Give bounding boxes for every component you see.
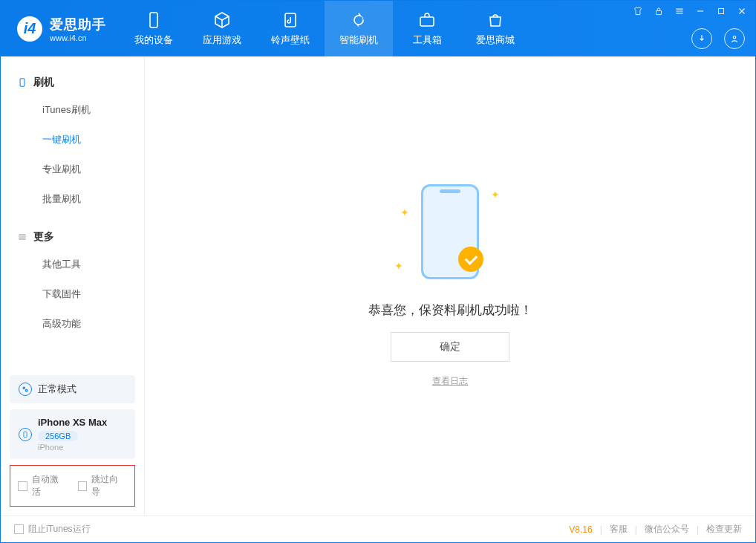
success-message: 恭喜您，保资料刷机成功啦！ bbox=[368, 302, 532, 319]
device-mini-icon bbox=[19, 428, 32, 441]
header-right bbox=[691, 28, 745, 49]
svg-rect-2 bbox=[420, 17, 434, 26]
footer-link-support[interactable]: 客服 bbox=[610, 523, 628, 536]
version-label: V8.16 bbox=[569, 524, 592, 535]
lock-icon[interactable] bbox=[653, 5, 665, 17]
svg-rect-9 bbox=[24, 432, 27, 438]
sparkle-icon: ✦ bbox=[394, 260, 403, 272]
sidebar-item-batch-flash[interactable]: 批量刷机 bbox=[1, 184, 144, 214]
svg-point-8 bbox=[25, 389, 27, 391]
sparkle-icon: ✦ bbox=[400, 207, 409, 218]
tab-label: 工具箱 bbox=[413, 33, 442, 47]
sparkle-icon: ✦ bbox=[491, 189, 500, 201]
checkbox-label: 跳过向导 bbox=[91, 473, 127, 498]
tab-my-device[interactable]: 我的设备 bbox=[120, 1, 188, 56]
main-content: ✦ ✦ ✦ 恭喜您，保资料刷机成功啦！ 确定 查看日志 bbox=[145, 56, 755, 516]
tab-label: 智能刷机 bbox=[339, 33, 378, 47]
phone-icon bbox=[17, 77, 27, 88]
briefcase-icon bbox=[418, 11, 436, 29]
section-label: 刷机 bbox=[33, 76, 54, 89]
checkbox-icon bbox=[78, 481, 88, 491]
device-card[interactable]: iPhone XS Max 256GB iPhone bbox=[10, 409, 135, 459]
logo-icon: i4 bbox=[17, 16, 42, 42]
sidebar-item-advanced[interactable]: 高级功能 bbox=[1, 309, 144, 339]
app-window: i4 爱思助手 www.i4.cn 我的设备 应用游戏 铃声壁纸 智能刷机 bbox=[0, 0, 756, 543]
sidebar-item-itunes-flash[interactable]: iTunes刷机 bbox=[1, 95, 144, 125]
footer-link-wechat[interactable]: 微信公众号 bbox=[645, 523, 689, 536]
device-icon bbox=[145, 11, 163, 29]
svg-rect-0 bbox=[150, 13, 157, 27]
menu-icon[interactable] bbox=[674, 5, 685, 17]
checkbox-auto-activate[interactable]: 自动激活 bbox=[18, 473, 68, 498]
sidebar-item-other-tools[interactable]: 其他工具 bbox=[1, 250, 144, 279]
tab-ringtones[interactable]: 铃声壁纸 bbox=[256, 1, 325, 56]
body: 刷机 iTunes刷机 一键刷机 专业刷机 批量刷机 更多 其他工具 下载固件 … bbox=[1, 56, 755, 516]
cube-icon bbox=[213, 11, 231, 29]
user-button[interactable] bbox=[724, 28, 745, 49]
mode-label: 正常模式 bbox=[38, 383, 76, 396]
svg-rect-6 bbox=[20, 79, 25, 87]
maximize-button[interactable] bbox=[715, 5, 727, 17]
footer-link-update[interactable]: 检查更新 bbox=[706, 523, 742, 536]
footer: 阻止iTunes运行 V8.16 | 客服 | 微信公众号 | 检查更新 bbox=[1, 516, 755, 542]
close-button[interactable] bbox=[736, 5, 748, 17]
section-label: 更多 bbox=[33, 230, 54, 244]
sidebar-item-pro-flash[interactable]: 专业刷机 bbox=[1, 155, 144, 184]
svg-rect-4 bbox=[719, 9, 724, 14]
tab-label: 爱思商城 bbox=[476, 33, 515, 47]
nav-tabs: 我的设备 应用游戏 铃声壁纸 智能刷机 工具箱 爱思商城 bbox=[120, 1, 529, 56]
list-icon bbox=[17, 232, 27, 242]
sidebar: 刷机 iTunes刷机 一键刷机 专业刷机 批量刷机 更多 其他工具 下载固件 … bbox=[1, 56, 145, 516]
view-log-link[interactable]: 查看日志 bbox=[432, 375, 468, 388]
success-illustration: ✦ ✦ ✦ bbox=[387, 184, 513, 288]
checkbox-skip-guide[interactable]: 跳过向导 bbox=[78, 473, 128, 498]
tab-toolbox[interactable]: 工具箱 bbox=[393, 1, 461, 56]
checkbox-label: 自动激活 bbox=[32, 473, 68, 498]
bag-icon bbox=[486, 11, 504, 29]
window-controls bbox=[632, 5, 748, 17]
flash-options-highlight: 自动激活 跳过向导 bbox=[10, 465, 135, 507]
tab-label: 铃声壁纸 bbox=[271, 33, 310, 47]
app-name: 爱思助手 bbox=[50, 16, 106, 33]
app-logo: i4 爱思助手 www.i4.cn bbox=[1, 1, 120, 56]
mode-icon bbox=[19, 383, 32, 396]
tab-label: 应用游戏 bbox=[203, 33, 241, 47]
confirm-button[interactable]: 确定 bbox=[391, 332, 509, 362]
device-name: iPhone XS Max bbox=[38, 417, 107, 428]
svg-point-5 bbox=[733, 36, 736, 39]
section-flash: 刷机 bbox=[1, 70, 144, 95]
checkbox-block-itunes[interactable]: 阻止iTunes运行 bbox=[14, 523, 91, 536]
note-icon bbox=[281, 11, 299, 29]
tab-store[interactable]: 爱思商城 bbox=[461, 1, 529, 56]
svg-rect-3 bbox=[656, 10, 662, 14]
device-type: iPhone bbox=[38, 443, 107, 452]
tab-apps[interactable]: 应用游戏 bbox=[188, 1, 256, 56]
tab-smart-flash[interactable]: 智能刷机 bbox=[325, 1, 393, 56]
checkbox-icon bbox=[18, 481, 27, 491]
section-more: 更多 bbox=[1, 224, 144, 250]
minimize-button[interactable] bbox=[694, 5, 706, 17]
check-badge-icon bbox=[458, 247, 483, 272]
shirt-icon[interactable] bbox=[632, 5, 644, 17]
footer-right: V8.16 | 客服 | 微信公众号 | 检查更新 bbox=[569, 523, 742, 536]
refresh-icon bbox=[350, 11, 368, 29]
device-storage-badge: 256GB bbox=[38, 431, 78, 441]
sidebar-item-download-fw[interactable]: 下载固件 bbox=[1, 279, 144, 309]
mode-card[interactable]: 正常模式 bbox=[10, 375, 135, 403]
app-site: www.i4.cn bbox=[50, 33, 106, 42]
svg-point-7 bbox=[23, 387, 25, 389]
tab-label: 我的设备 bbox=[134, 33, 173, 47]
download-button[interactable] bbox=[691, 28, 712, 49]
checkbox-icon bbox=[14, 524, 24, 534]
header: i4 爱思助手 www.i4.cn 我的设备 应用游戏 铃声壁纸 智能刷机 bbox=[1, 1, 755, 56]
checkbox-label: 阻止iTunes运行 bbox=[28, 523, 91, 536]
sidebar-bottom: 正常模式 iPhone XS Max 256GB iPhone 自动激 bbox=[1, 366, 144, 516]
sidebar-item-oneclick-flash[interactable]: 一键刷机 bbox=[1, 125, 144, 155]
